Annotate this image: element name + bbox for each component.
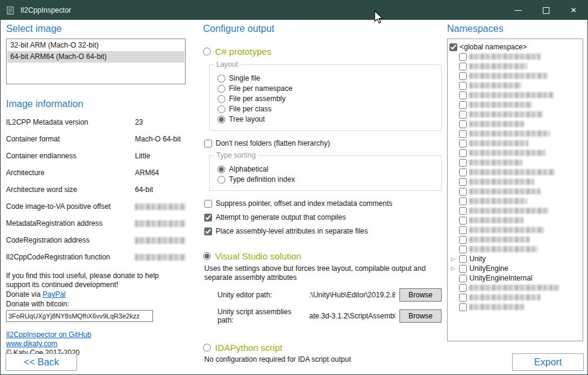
- namespace-row[interactable]: [449, 61, 581, 71]
- namespace-row[interactable]: <global namespace>: [449, 42, 581, 52]
- redacted-label: [469, 140, 528, 146]
- namespace-checkbox[interactable]: [459, 53, 467, 61]
- namespace-checkbox[interactable]: [459, 120, 467, 128]
- namespace-row[interactable]: [449, 293, 581, 302]
- namespace-checkbox[interactable]: [459, 217, 467, 225]
- github-link[interactable]: Il2CppInspector on GitHub: [6, 330, 91, 339]
- namespace-row[interactable]: [449, 215, 581, 225]
- browse-unity-editor-button[interactable]: Browse: [399, 288, 442, 302]
- namespace-checkbox[interactable]: [459, 159, 467, 167]
- namespace-row[interactable]: [449, 148, 581, 158]
- namespace-checkbox[interactable]: [459, 169, 467, 176]
- namespace-row[interactable]: [449, 110, 581, 119]
- visual-studio-solution-radio[interactable]: [203, 252, 211, 260]
- namespace-checkbox[interactable]: [459, 178, 467, 186]
- image-information-heading: Image information: [6, 99, 186, 110]
- namespace-row[interactable]: ▷ Unity: [449, 254, 581, 264]
- close-button[interactable]: ✕: [560, 1, 587, 20]
- namespace-row[interactable]: [449, 100, 581, 110]
- paypal-link[interactable]: PayPal: [43, 290, 66, 299]
- redacted-label: [469, 73, 548, 79]
- namespace-checkbox[interactable]: [459, 265, 467, 273]
- namespace-label: UnityEngine: [469, 264, 508, 273]
- namespace-checkbox[interactable]: [459, 207, 467, 215]
- namespace-row[interactable]: [449, 90, 581, 100]
- app-window: Il2CppInspector — ✕ Select image 32-bit …: [0, 0, 588, 375]
- image-list-item-selected[interactable]: 64-bit ARM64 (Mach-O 64-bit): [7, 51, 184, 63]
- namespace-checkbox[interactable]: [459, 111, 467, 119]
- namespace-row[interactable]: [449, 119, 581, 129]
- export-button[interactable]: Export: [512, 353, 584, 371]
- sorting-alphabetical-radio[interactable]: [217, 166, 225, 173]
- namespace-checkbox[interactable]: [459, 91, 467, 99]
- compilable-output-checkbox[interactable]: [204, 214, 212, 222]
- namespace-checkbox[interactable]: [449, 43, 457, 51]
- layout-file-per-class-radio[interactable]: [217, 105, 225, 113]
- flatten-hierarchy-checkbox[interactable]: [204, 140, 212, 147]
- namespace-row[interactable]: [449, 177, 581, 187]
- namespace-checkbox[interactable]: [459, 188, 467, 196]
- expander-icon[interactable]: ▷: [449, 254, 457, 264]
- namespace-row[interactable]: [449, 138, 581, 148]
- namespace-checkbox[interactable]: [459, 226, 467, 234]
- sorting-type-definition-index-radio[interactable]: [217, 176, 225, 184]
- namespace-row[interactable]: [449, 196, 581, 206]
- namespace-row[interactable]: UnityEngineInternal: [449, 273, 581, 283]
- namespace-checkbox[interactable]: [459, 236, 467, 244]
- namespace-row[interactable]: [449, 302, 581, 312]
- namespace-row[interactable]: [449, 187, 581, 196]
- namespace-checkbox[interactable]: [459, 140, 467, 147]
- bitcoin-address-input[interactable]: [6, 310, 153, 322]
- redacted-label: [469, 92, 554, 98]
- browse-script-assemblies-button[interactable]: Browse: [399, 309, 442, 323]
- namespace-row[interactable]: [449, 244, 581, 254]
- unity-script-assemblies-path-label: Unity script assemblies path:: [217, 308, 309, 324]
- namespace-checkbox[interactable]: [459, 274, 467, 282]
- namespace-checkbox[interactable]: [459, 82, 467, 90]
- info-value: ARM64: [135, 169, 186, 177]
- namespace-row[interactable]: [449, 235, 581, 244]
- namespace-list[interactable]: <global namespace>: [447, 39, 583, 341]
- select-image-heading: Select image: [6, 23, 186, 34]
- expander-icon[interactable]: ▷: [449, 264, 457, 273]
- layout-file-per-namespace-radio[interactable]: [217, 85, 225, 93]
- layout-file-per-assembly-radio[interactable]: [217, 95, 225, 103]
- minimize-button[interactable]: —: [504, 1, 532, 20]
- namespace-checkbox[interactable]: [459, 255, 467, 263]
- namespace-row[interactable]: [449, 283, 581, 293]
- idapython-script-radio[interactable]: [203, 344, 211, 352]
- namespace-row[interactable]: [449, 81, 581, 90]
- namespace-checkbox[interactable]: [459, 284, 467, 292]
- namespace-row[interactable]: [449, 71, 581, 81]
- namespace-row[interactable]: [449, 206, 581, 215]
- info-label: Il2CppCodeRegistration function: [6, 253, 135, 261]
- namespace-checkbox[interactable]: [459, 72, 467, 80]
- namespace-checkbox[interactable]: [459, 149, 467, 157]
- namespace-checkbox[interactable]: [459, 101, 467, 109]
- image-list-item[interactable]: 32-bit ARM (Mach-O 32-bit): [7, 40, 184, 51]
- namespace-row[interactable]: [449, 225, 581, 235]
- namespace-checkbox[interactable]: [459, 197, 467, 205]
- namespace-checkbox[interactable]: [459, 130, 467, 138]
- namespace-row[interactable]: [449, 158, 581, 167]
- layout-tree-layout-radio[interactable]: [217, 116, 225, 123]
- namespace-row[interactable]: [449, 52, 581, 61]
- namespace-checkbox[interactable]: [459, 294, 467, 302]
- sorting-option-label: Type definition index: [229, 175, 295, 184]
- namespace-checkbox[interactable]: [459, 63, 467, 70]
- namespace-row[interactable]: [449, 129, 581, 138]
- back-button[interactable]: << Back: [5, 353, 77, 371]
- separate-attribute-files-checkbox[interactable]: [204, 228, 212, 235]
- compilable-output-label: Attempt to generate output that compiles: [216, 213, 346, 222]
- website-link[interactable]: www.djkaty.com: [6, 339, 57, 348]
- namespace-checkbox[interactable]: [459, 246, 467, 253]
- suppress-metadata-comments-checkbox[interactable]: [204, 200, 212, 208]
- namespace-checkbox[interactable]: [459, 303, 467, 311]
- redacted-label: [469, 304, 525, 310]
- layout-single-file-radio[interactable]: [217, 75, 225, 82]
- maximize-button[interactable]: [532, 1, 560, 20]
- image-listbox[interactable]: 32-bit ARM (Mach-O 32-bit) 64-bit ARM64 …: [6, 39, 186, 84]
- namespace-row[interactable]: ▷ UnityEngine: [449, 264, 581, 273]
- csharp-prototypes-radio[interactable]: [203, 48, 211, 55]
- namespace-row[interactable]: [449, 167, 581, 177]
